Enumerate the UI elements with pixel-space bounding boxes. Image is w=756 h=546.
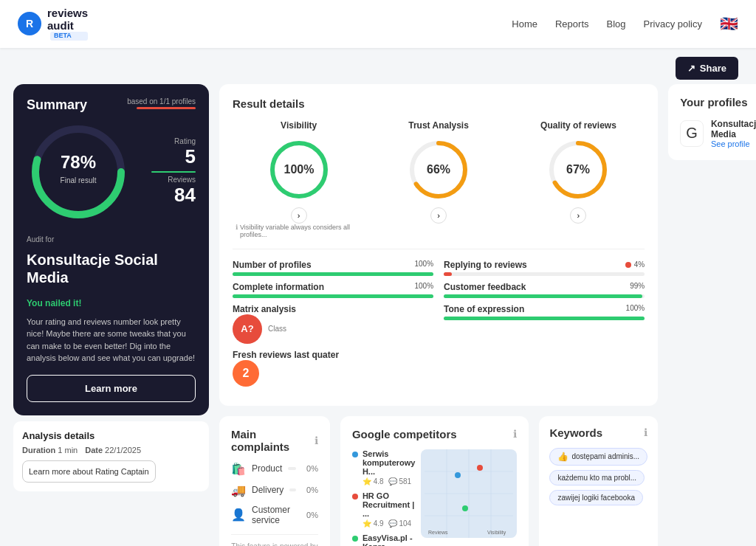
comp-dot-1 xyxy=(352,452,358,457)
gauge-svg: 78% Final result xyxy=(27,120,130,224)
trust-circle: 66% xyxy=(372,136,504,203)
svg-text:66%: 66% xyxy=(427,163,450,176)
quality-col: Quality of reviews 67% › xyxy=(512,120,645,238)
replying-metric: Replying to reviews 4% xyxy=(444,260,645,276)
competitors-card: Google competitors ℹ Serwis komputerowy … xyxy=(340,416,529,546)
trust-chevron[interactable]: › xyxy=(430,207,447,224)
audit-for-label: Audit for xyxy=(27,235,196,243)
result-details-title: Result details xyxy=(233,97,645,110)
center-column: Result details Visibility 100% › ℹ xyxy=(219,84,658,546)
analysis-details-panel: Analysis details Duration 1 min Date 22/… xyxy=(13,421,209,491)
svg-text:Final result: Final result xyxy=(61,176,97,184)
keywords-card: Keywords ℹ 👍 dostępami adminis... każdem… xyxy=(539,416,658,546)
complaints-card: Main complaints ℹ 🛍️ Product 0% 🚚 Delive… xyxy=(219,416,330,546)
main-grid: Summary based on 1/1 profiles 78% Final … xyxy=(0,84,756,546)
customer-icon: 👤 xyxy=(231,508,246,522)
visibility-label: Visibility xyxy=(233,120,365,131)
complete-info-metric: Complete information 100% xyxy=(233,282,433,298)
profile-item-1: G Konsultacje Social Media See profile xyxy=(680,119,756,148)
logo: R reviews audit BETA xyxy=(18,7,88,41)
profile-name: Konsultacje Social Media xyxy=(711,119,756,139)
svg-text:78%: 78% xyxy=(61,152,96,172)
you-nailed-label: You nailed it! xyxy=(27,298,196,308)
share-row: ↗ Share xyxy=(0,48,756,84)
competitors-chart: Reviews Visibility xyxy=(421,449,517,538)
google-logo: G xyxy=(680,120,704,147)
comp-info-3: EasyVisa.pl - Kapra... ⭐ 4.8 💬 50 xyxy=(362,533,416,546)
svg-point-22 xyxy=(462,505,468,511)
matrix-badge: A? xyxy=(233,314,262,344)
audit-company-name: Konsultacje Social Media xyxy=(27,251,196,286)
competitor-2: HR GO Recruitment | ... ⭐ 4.9 💬 104 xyxy=(352,491,416,528)
date-label: Date 22/1/2025 xyxy=(85,446,141,455)
comp-dot-3 xyxy=(352,536,358,542)
comp-chart-svg: Reviews Visibility xyxy=(421,449,517,538)
svg-text:67%: 67% xyxy=(566,163,590,176)
product-bar xyxy=(288,467,296,470)
matrix-area: A? Class xyxy=(233,314,433,344)
complete-bar xyxy=(233,294,433,298)
delivery-label: Delivery xyxy=(252,485,284,495)
svg-point-20 xyxy=(455,472,461,478)
result-details-card: Result details Visibility 100% › ℹ xyxy=(219,84,658,406)
keywords-title: Keywords xyxy=(549,426,602,439)
nav-privacy[interactable]: Privacy policy xyxy=(644,18,702,30)
nav-blog[interactable]: Blog xyxy=(607,18,626,30)
competitors-info-icon: ℹ xyxy=(513,428,517,440)
comp-info-2: HR GO Recruitment | ... ⭐ 4.9 💬 104 xyxy=(362,491,416,528)
reviews-value: 84 xyxy=(151,184,196,207)
summary-title: Summary xyxy=(27,97,87,113)
red-line xyxy=(137,107,196,109)
rating-label: Rating xyxy=(151,137,196,145)
product-pct: 0% xyxy=(306,464,318,473)
visibility-col: Visibility 100% › ℹ Visibility variable … xyxy=(233,120,365,238)
profiles-title: Your profiles xyxy=(680,96,756,108)
nav-home[interactable]: Home xyxy=(512,18,537,30)
product-label: Product xyxy=(252,463,282,474)
delivery-icon: 🚚 xyxy=(231,483,246,497)
delivery-pct: 0% xyxy=(306,485,318,494)
language-flag[interactable]: 🇬🇧 xyxy=(720,15,738,32)
reviews-label: Reviews xyxy=(151,176,196,184)
gauge-row: 78% Final result Rating 5 Reviews 84 xyxy=(27,120,196,224)
keyword-2: każdemu kto ma probl... xyxy=(549,470,645,485)
competitor-3: EasyVisa.pl - Kapra... ⭐ 4.8 💬 50 xyxy=(352,533,416,546)
matrix-class: Class xyxy=(268,325,286,333)
trust-col: Trust Analysis 66% › xyxy=(372,120,504,238)
customer-label: Customer service xyxy=(252,505,290,525)
replying-bar-wrap xyxy=(444,272,645,276)
logo-text: reviews audit BETA xyxy=(47,7,88,41)
nav-reports[interactable]: Reports xyxy=(555,18,589,30)
keywords-list: 👍 dostępami adminis... każdemu kto ma pr… xyxy=(549,448,647,510)
quality-chevron[interactable]: › xyxy=(570,207,586,224)
result-bottom: Number of profiles 100% Complete informa… xyxy=(233,249,645,393)
result-left-metrics: Number of profiles 100% Complete informa… xyxy=(233,260,433,393)
learn-more-button[interactable]: Learn more xyxy=(27,375,196,402)
result-right-metrics: Replying to reviews 4% xyxy=(444,260,645,393)
share-button[interactable]: ↗ Share xyxy=(676,57,738,80)
analysis-info-row: Duration 1 min Date 22/1/2025 xyxy=(22,446,200,455)
right-column: Your profiles G Konsultacje Social Media… xyxy=(668,84,756,546)
svg-text:Visibility: Visibility xyxy=(487,530,506,536)
keywords-header: Keywords ℹ xyxy=(549,426,647,439)
learn-captain-button[interactable]: Learn more about Rating Captain xyxy=(22,460,156,483)
comp-info-1: Serwis komputerowy H... ⭐ 4.8 💬 581 xyxy=(362,449,416,485)
visibility-chevron[interactable]: › xyxy=(291,207,307,224)
green-spark xyxy=(151,171,196,173)
rating-reviews-col: Rating 5 Reviews 84 xyxy=(151,137,196,207)
info-icon: ℹ xyxy=(236,224,238,231)
tone-bar-wrap xyxy=(444,317,645,320)
competitors-list: Serwis komputerowy H... ⭐ 4.8 💬 581 HR G… xyxy=(352,449,416,546)
gauge-area: 78% Final result xyxy=(27,120,130,224)
analysis-title: Analysis details xyxy=(22,430,200,441)
complaint-delivery: 🚚 Delivery 0% xyxy=(231,483,318,497)
visibility-note: ℹ Visibility variable always considers a… xyxy=(233,224,365,238)
feedback-bar-wrap xyxy=(444,294,645,298)
see-profile-link[interactable]: See profile xyxy=(711,139,756,148)
svg-point-21 xyxy=(477,465,483,471)
feedback-metric: Customer feedback 99% xyxy=(444,282,645,298)
result-top-row: Visibility 100% › ℹ Visibility variable … xyxy=(233,120,645,238)
complaints-header: Main complaints ℹ xyxy=(231,428,318,453)
product-icon: 🛍️ xyxy=(231,462,246,476)
replying-bar xyxy=(444,272,452,276)
